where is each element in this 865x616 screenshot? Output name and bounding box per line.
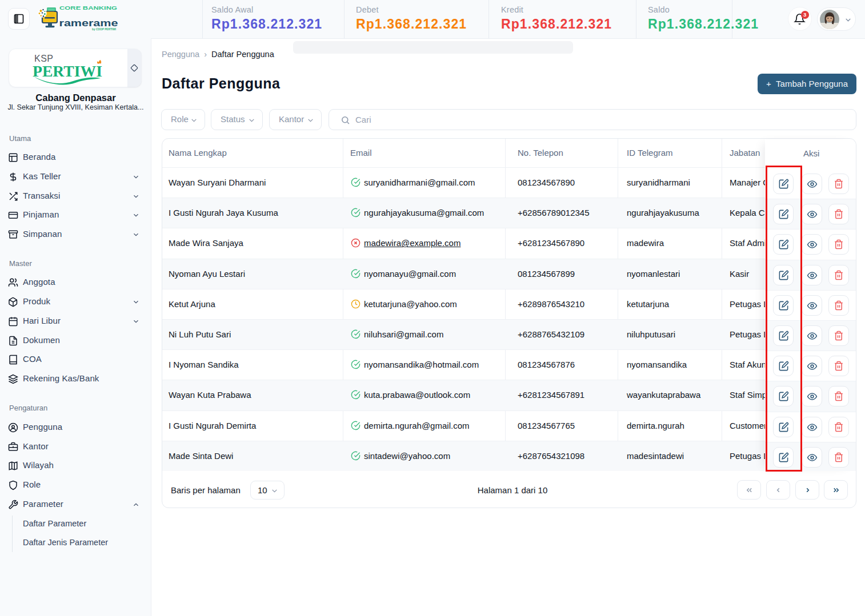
svg-text:CORE BANKING: CORE BANKING [59, 6, 117, 11]
svg-text:ramerame: ramerame [59, 18, 118, 28]
svg-text:by COOP PERTIWI: by COOP PERTIWI [92, 27, 116, 30]
svg-text:PERTIWI: PERTIWI [33, 63, 102, 80]
